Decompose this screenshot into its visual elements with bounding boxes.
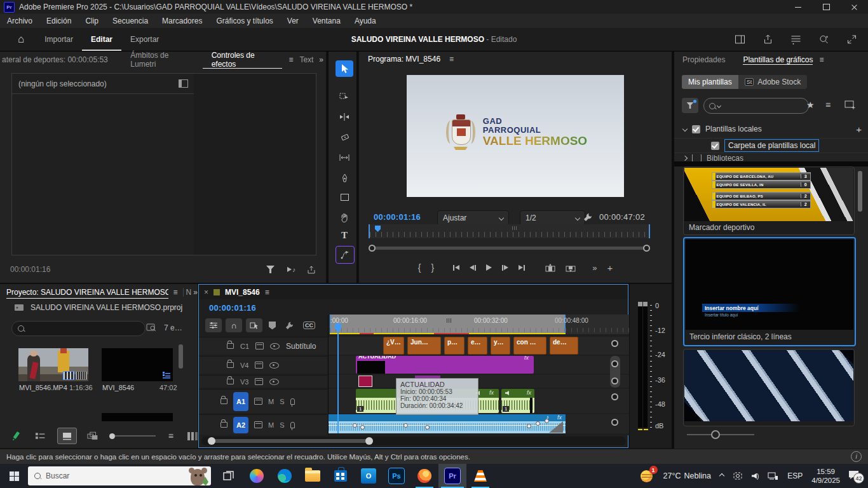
solo-track-button[interactable]: S	[280, 398, 284, 405]
keyframe[interactable]	[353, 423, 357, 428]
taskbar-search-box[interactable]: Buscar	[28, 466, 211, 485]
thumbnail-zoom-slider[interactable]	[687, 430, 754, 439]
menu-clip[interactable]: Clip	[78, 17, 105, 25]
weather-status[interactable]: 27°CNeblina	[663, 471, 711, 480]
keyframe[interactable]	[536, 421, 540, 426]
filter-templates-button[interactable]	[682, 98, 698, 113]
fullscreen-icon[interactable]	[846, 34, 857, 44]
clip-trim-handle[interactable]	[530, 398, 532, 413]
local-templates-expander-icon[interactable]	[682, 126, 688, 132]
search-highlight-image[interactable]	[187, 466, 208, 485]
menu-marcadores[interactable]: Marcadores	[155, 17, 209, 25]
task-view-icon[interactable]	[215, 464, 243, 488]
folder-rename-input[interactable]: Carpeta de plantillas local	[724, 139, 819, 152]
notification-center-icon[interactable]: 42	[849, 470, 862, 482]
outlook-icon[interactable]: O	[355, 464, 383, 488]
mute-track-button[interactable]: M	[268, 421, 274, 429]
tab-effect-controls[interactable]: Controles de efectos	[203, 51, 283, 69]
track-select-forward-tool-icon[interactable]	[336, 88, 353, 105]
video-clip-actualidad[interactable]: ACTUALIDAD fx	[356, 356, 534, 374]
weather-icon[interactable]: 1	[641, 469, 654, 483]
tab-editar[interactable]: Editar	[82, 28, 121, 51]
menu-secuencia[interactable]: Secuencia	[105, 17, 155, 25]
local-templates-label[interactable]: Plantillas locales	[705, 125, 762, 133]
source-patch-icon[interactable]	[255, 342, 264, 349]
caption-clip[interactable]: Jun…	[407, 337, 441, 355]
audio-clip-2[interactable]: fx 1	[501, 389, 534, 413]
type-tool-icon[interactable]: T	[336, 227, 353, 243]
track-label-a2[interactable]: A2	[233, 417, 248, 433]
track-height-knob-a1[interactable]	[611, 393, 618, 400]
lock-track-icon[interactable]	[227, 343, 234, 349]
caption-clip[interactable]: de…	[550, 337, 578, 355]
caption-clip[interactable]: ¿V…	[383, 337, 404, 355]
voiceover-record-icon[interactable]	[290, 422, 295, 428]
go-to-out-button[interactable]	[519, 265, 525, 271]
program-menu-icon[interactable]: ≡	[449, 55, 454, 64]
maximize-button[interactable]	[812, 0, 840, 14]
premiere-pro-taskbar-icon[interactable]: Pr	[438, 464, 466, 488]
templates-scrollbar[interactable]	[858, 171, 862, 212]
timeline-wrench-icon[interactable]	[285, 321, 294, 330]
timeline-timecode[interactable]: 00:00:01:16	[209, 303, 256, 313]
track-height-knob-v3[interactable]	[611, 377, 618, 384]
track-label-a1[interactable]: A1	[233, 392, 248, 411]
sort-icon[interactable]: ≡	[168, 431, 173, 441]
tray-chevron-icon[interactable]	[719, 473, 724, 478]
list-view-icon[interactable]	[35, 431, 45, 440]
tab-lumetri-scopes[interactable]: Ámbitos de Lumetri	[121, 51, 202, 69]
selection-tool-icon[interactable]	[336, 60, 353, 77]
more-tabs-icon[interactable]: »	[316, 55, 326, 64]
caption-clip[interactable]: p…	[444, 337, 465, 355]
resolution-dropdown[interactable]: 1/2	[520, 210, 585, 226]
zoom-handle-right[interactable]	[643, 245, 650, 252]
filter-effects-icon[interactable]	[266, 266, 275, 273]
info-icon[interactable]: i	[851, 451, 862, 462]
lock-track-icon[interactable]	[227, 379, 234, 384]
source-patch-icon[interactable]	[254, 398, 262, 405]
play-audio-only-icon[interactable]: ♪	[287, 266, 295, 273]
copilot-icon[interactable]	[243, 464, 271, 488]
more-transport-icon[interactable]: »	[592, 263, 597, 273]
fit-dropdown[interactable]: Ajustar	[437, 210, 509, 226]
program-time-ruler[interactable]	[369, 224, 650, 238]
edge-icon[interactable]	[271, 464, 299, 488]
project-item-video[interactable]: MVI_8546.MP4 1:16:36	[18, 348, 88, 389]
program-current-timecode[interactable]: 00:00:01:16	[374, 212, 421, 222]
source-patch-icon[interactable]	[254, 421, 262, 428]
item-name[interactable]: MVI_8546.MP4	[19, 384, 67, 391]
project-more-tabs-icon[interactable]: »	[193, 288, 198, 297]
new-template-icon[interactable]	[844, 100, 856, 110]
razor-tool-icon[interactable]	[336, 129, 353, 146]
folder-checkbox[interactable]	[711, 142, 719, 150]
volume-icon[interactable]: )	[752, 473, 759, 480]
play-button[interactable]	[486, 264, 492, 271]
lock-track-icon[interactable]	[227, 362, 234, 368]
keyframe[interactable]	[403, 423, 408, 428]
step-back-button[interactable]	[470, 265, 476, 271]
template-search-input[interactable]	[703, 98, 809, 114]
clock[interactable]: 15:594/9/2025	[811, 467, 840, 485]
scroll-handle-right[interactable]	[365, 437, 373, 445]
tab-text[interactable]: Text	[299, 55, 316, 64]
add-folder-icon[interactable]: +	[856, 124, 862, 135]
caption-clip[interactable]: e…	[468, 337, 487, 355]
toggle-track-output-icon[interactable]	[269, 362, 279, 369]
track-height-knob-c1[interactable]	[611, 340, 618, 347]
caption-clip[interactable]: y…	[491, 337, 510, 355]
photoshop-icon[interactable]: Ps	[383, 464, 410, 488]
timeline-menu-icon[interactable]: ≡	[265, 288, 269, 297]
solo-track-button[interactable]: S	[280, 421, 284, 429]
publish-icon[interactable]	[307, 266, 316, 274]
libraries-checkbox[interactable]	[692, 154, 702, 161]
panel-layout-icon[interactable]	[735, 34, 745, 44]
close-button[interactable]	[840, 0, 868, 14]
template-card-tercio-inferior[interactable]: Insertar nombre aquí Insertar título aqu…	[683, 237, 856, 346]
keyframe[interactable]	[360, 425, 365, 430]
tray-app-icon[interactable]	[733, 471, 743, 480]
item-name[interactable]: MVI_8546	[102, 384, 147, 391]
keyframe[interactable]	[545, 419, 549, 423]
track-label-v3[interactable]: V3	[240, 378, 248, 386]
menu-graficos[interactable]: Gráficos y títulos	[209, 17, 280, 25]
menu-archivo[interactable]: Archivo	[0, 17, 39, 25]
